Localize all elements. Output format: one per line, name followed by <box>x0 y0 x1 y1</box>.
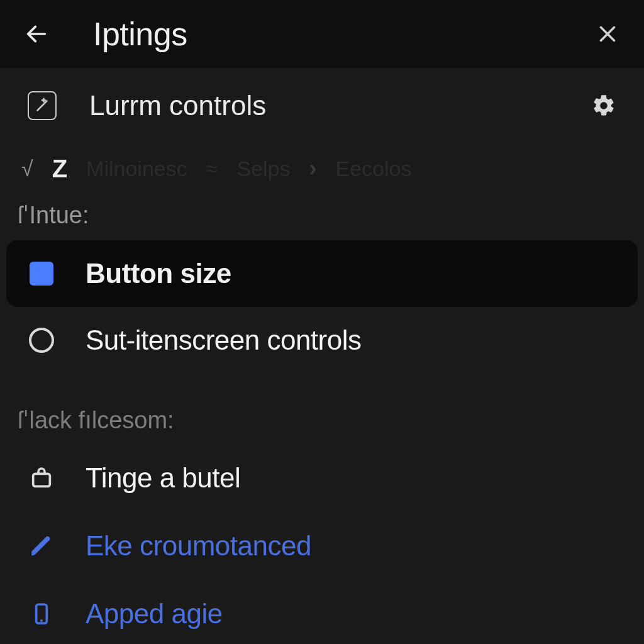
breadcrumb-item[interactable]: Selps <box>236 157 290 181</box>
close-button[interactable] <box>594 20 621 48</box>
list-item-screen-controls[interactable]: Sut-itenscreen controls <box>6 307 638 374</box>
list-item-label: Eke croumotanced <box>86 530 311 562</box>
breadcrumb-item[interactable]: Milnoinesc <box>86 157 187 181</box>
list-item-apped-agie[interactable]: Apped agie <box>6 580 638 644</box>
svg-rect-6 <box>33 474 50 486</box>
list-flack: Tinge a butel Eke croumotanced Apped agi… <box>0 444 644 644</box>
bag-icon <box>28 464 55 492</box>
settings-gear-button[interactable] <box>591 93 616 118</box>
phone-icon <box>28 600 55 628</box>
pen-icon <box>28 532 55 560</box>
list-item-button-size[interactable]: Button size <box>6 240 638 307</box>
breadcrumb-sep: ≈ <box>206 157 218 181</box>
list-item-label: Apped agie <box>86 598 223 630</box>
svg-line-3 <box>38 101 47 111</box>
breadcrumb-toolbar: √ Z Milnoinesc ≈ Selps › Eecolos <box>0 143 644 194</box>
toolbar-z: Z <box>52 155 67 183</box>
back-button[interactable] <box>23 20 50 48</box>
square-filled-icon <box>28 260 55 287</box>
radio-unchecked-icon <box>28 326 55 354</box>
breadcrumb-item[interactable]: Eecolos <box>335 157 411 181</box>
list-item-label: Button size <box>86 258 231 289</box>
page-title: Iptings <box>93 15 187 53</box>
list-item-label: Tinge a butel <box>86 462 240 494</box>
section-controls-row[interactable]: Lurrm controls <box>0 68 644 143</box>
list-item-tinge-butel[interactable]: Tinge a butel <box>6 444 638 512</box>
header: Iptings <box>0 0 644 68</box>
edit-box-icon <box>28 91 57 120</box>
list-item-eke-croumotanced[interactable]: Eke croumotanced <box>6 512 638 580</box>
chevron-right-icon: › <box>309 155 316 182</box>
section-title: Lurrm controls <box>89 90 266 121</box>
list-item-label: Sut-itenscreen controls <box>86 325 362 356</box>
list-intue: Button size Sut-itenscreen controls <box>0 240 644 380</box>
gear-icon <box>591 93 616 118</box>
arrow-left-icon <box>24 21 49 47</box>
group-label-intue: ſˈIntue: <box>0 194 644 240</box>
toolbar-glyph: √ <box>21 157 33 181</box>
group-label-flack: ſˈlack fılcesom: <box>0 380 644 444</box>
close-icon <box>596 23 619 45</box>
